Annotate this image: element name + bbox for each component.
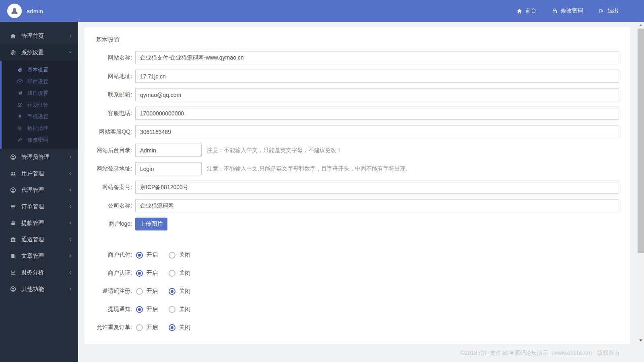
gear-icon — [10, 49, 17, 56]
submenu-item-label: 短信设置 — [27, 90, 48, 97]
sidebar-item-label: 其他功能 — [21, 286, 44, 293]
chevron-left-icon — [68, 237, 72, 242]
field-label: 邀请码注册: — [85, 288, 135, 295]
topnav-frontend-label: 前台 — [525, 7, 537, 14]
sidebar-item-other-functions[interactable]: 其他功能 — [0, 281, 78, 297]
chevron-left-icon — [68, 34, 72, 38]
sidebar-item-dashboard[interactable]: 管理首页 — [0, 28, 78, 44]
topnav-logout-label: 退出 — [607, 7, 619, 14]
sidebar-item-system-settings[interactable]: 系统设置 — [0, 44, 78, 61]
service-phone-input[interactable] — [135, 107, 619, 120]
topnav-change-password[interactable]: 修改密码 — [552, 7, 583, 14]
radio-icon[interactable] — [136, 306, 143, 313]
submenu-item-data-cleanup[interactable]: 数据清理 — [2, 122, 78, 134]
radio-option-merchant-auth-on[interactable]: 开启 — [136, 269, 158, 277]
topnav-logout[interactable]: 退出 — [599, 7, 619, 14]
login-url-input[interactable] — [135, 162, 202, 175]
radio-option-invite-code-register-on[interactable]: 开启 — [136, 288, 158, 295]
radio-icon[interactable] — [169, 324, 175, 331]
submenu-item-cron-tasks[interactable]: 计划任务 — [2, 99, 78, 111]
field-label: 网站名称: — [85, 54, 135, 62]
submenu-item-change-password[interactable]: 修改密码 — [2, 134, 78, 146]
submenu-item-basic-settings[interactable]: 基本设置 — [2, 64, 78, 76]
radio-option-withdraw-notify-off[interactable]: 关闭 — [169, 306, 190, 313]
radio-option-label: 关闭 — [179, 269, 190, 277]
submenu-item-mail-settings[interactable]: 邮件设置 — [2, 76, 78, 87]
sidebar-item-label: 系统设置 — [21, 49, 44, 56]
vertical-scrollbar[interactable] — [638, 22, 644, 344]
company-name-input[interactable] — [135, 199, 619, 212]
chevron-left-icon — [68, 254, 72, 258]
user-icon — [10, 187, 17, 193]
submenu-item-sms-settings[interactable]: 短信设置 — [2, 87, 78, 99]
field-label: 网站备案号: — [85, 184, 135, 191]
username: admin — [27, 8, 43, 14]
field-label: 提现通知: — [85, 306, 135, 313]
field-label: 商户认证: — [85, 269, 135, 277]
radio-row: 提现通知:开启关闭 — [85, 303, 630, 315]
radio-option-allow-duplicate-order-off[interactable]: 关闭 — [169, 324, 190, 331]
topnav-change-password-label: 修改密码 — [561, 7, 583, 14]
page-title: 基本设置 — [96, 36, 630, 44]
radio-option-merchant-payout-off[interactable]: 关闭 — [169, 251, 190, 259]
scroll-down-arrow[interactable] — [638, 337, 644, 344]
upload-image-button[interactable]: 上传图片 — [135, 218, 167, 230]
scrollbar-thumb[interactable] — [638, 29, 644, 253]
radio-option-merchant-auth-off[interactable]: 关闭 — [169, 269, 190, 277]
service-qq-input[interactable] — [135, 125, 619, 138]
icp-number-input[interactable] — [135, 181, 619, 194]
website-url-input[interactable] — [135, 70, 619, 83]
database-icon — [17, 125, 23, 131]
form-row: 网站名称: — [85, 51, 630, 64]
radio-row: 邀请码注册:开启关闭 — [85, 285, 630, 297]
home-icon — [516, 8, 522, 14]
field-label: 网站客服QQ: — [85, 128, 135, 136]
radio-option-label: 开启 — [147, 269, 158, 277]
chart-line-icon — [10, 269, 17, 276]
triangle-down-icon — [639, 339, 642, 341]
avatar — [7, 4, 22, 18]
field-label: 商户代付: — [85, 251, 135, 259]
radio-row: 允许重复订单:开启关闭 — [85, 321, 630, 333]
website-name-input[interactable] — [135, 51, 619, 64]
sidebar-item-label: 管理员管理 — [21, 154, 50, 161]
submenu-item-label: 数据清理 — [27, 125, 48, 132]
sidebar-item-label: 通道管理 — [21, 236, 44, 243]
radio-icon[interactable] — [169, 288, 175, 295]
radio-icon[interactable] — [136, 324, 143, 331]
wrench-icon — [17, 137, 23, 142]
sidebar-item-user-management[interactable]: 用户管理 — [0, 165, 78, 182]
book-icon — [10, 253, 17, 259]
sidebar-item-label: 财务分析 — [21, 269, 44, 276]
radio-icon[interactable] — [136, 252, 143, 259]
users-icon — [10, 171, 17, 177]
topnav-frontend[interactable]: 前台 — [516, 7, 537, 14]
radio-icon[interactable] — [169, 252, 175, 259]
radio-icon[interactable] — [169, 306, 175, 313]
scroll-up-arrow[interactable] — [638, 22, 644, 29]
contact-email-input[interactable] — [135, 88, 619, 101]
form-row: 网站客服QQ: — [85, 125, 630, 138]
sidebar-item-admin-management[interactable]: 管理员管理 — [0, 149, 78, 165]
submenu-item-mobile-settings[interactable]: 手机设置 — [2, 111, 78, 122]
form-row: 客服电话: — [85, 107, 630, 120]
sidebar-item-channel-management[interactable]: 通道管理 — [0, 231, 78, 248]
radio-option-withdraw-notify-on[interactable]: 开启 — [136, 306, 158, 313]
submenu-item-label: 邮件设置 — [27, 78, 48, 85]
radio-option-allow-duplicate-order-on[interactable]: 开启 — [136, 324, 158, 331]
radio-option-invite-code-register-off[interactable]: 关闭 — [169, 288, 190, 295]
sidebar-item-finance-analysis[interactable]: 财务分析 — [0, 264, 78, 281]
radio-icon[interactable] — [136, 288, 143, 295]
basic-settings-form: 网站名称:网站地址:联系邮箱:客服电话:网站客服QQ:网站后台目录:注意：不能输… — [85, 51, 630, 333]
sidebar-item-withdrawal-management[interactable]: 提款管理 — [0, 215, 78, 231]
field-label: 网站后台目录: — [85, 147, 135, 154]
radio-icon[interactable] — [136, 270, 143, 277]
form-row: 网站备案号: — [85, 181, 630, 194]
radio-icon[interactable] — [169, 270, 175, 277]
sidebar-item-article-management[interactable]: 文章管理 — [0, 248, 78, 264]
sidebar-item-order-management[interactable]: 订单管理 — [0, 198, 78, 215]
sidebar-item-agent-management[interactable]: 代理管理 — [0, 182, 78, 198]
admin-directory-input[interactable] — [135, 144, 202, 157]
radio-option-merchant-payout-on[interactable]: 开启 — [136, 251, 158, 259]
submenu-item-label: 基本设置 — [27, 66, 48, 74]
